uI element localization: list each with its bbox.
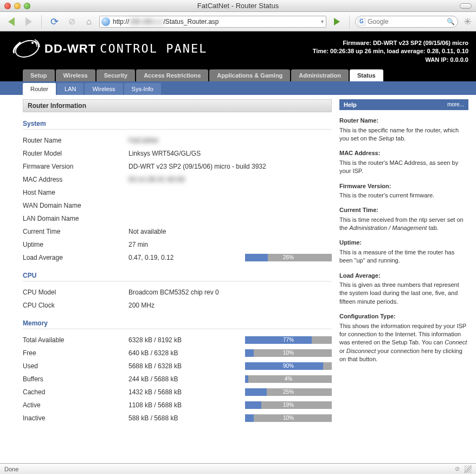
subtab-lan[interactable]: LAN	[57, 83, 83, 95]
value: 244 kB / 5688 kB	[128, 375, 245, 383]
subtab-sys-info[interactable]: Sys-Info	[124, 83, 161, 95]
value: 27 min	[128, 241, 332, 248]
row-load-average: Load Average0.47, 0.19, 0.1226%	[23, 251, 332, 264]
help-desc: This is the router's current firmware.	[339, 191, 468, 200]
help-desc: This is given as three numbers that repr…	[339, 281, 468, 306]
row-host-name: Host Name	[23, 186, 332, 199]
label: Host Name	[23, 189, 128, 196]
label: Total Available	[23, 336, 128, 344]
tab-status[interactable]: Status	[350, 69, 383, 81]
url-host: 198.168.1.1	[129, 18, 163, 25]
memory-fieldset: Memory Total Available6328 kB / 8192 kB7…	[23, 319, 332, 425]
value: 00:1A:2B:3C:4D:5E	[128, 176, 332, 183]
row-used: Used5688 kB / 6328 kB90%	[23, 360, 332, 373]
system-legend: System	[23, 120, 332, 130]
label: MAC Address	[23, 176, 128, 183]
row-lan-domain: LAN Domain Name	[23, 212, 332, 225]
separator	[349, 15, 350, 28]
help-desc: This is time received from the ntp serve…	[339, 216, 468, 233]
row-cached: Cached1432 kB / 5688 kB25%	[23, 386, 332, 399]
label: Buffers	[23, 375, 128, 383]
help-desc: This is the router's MAC Address, as see…	[339, 159, 468, 176]
browser-toolbar: ⟳ ⊘ ⌂ http:// 198.168.1.1 /Status_Router…	[0, 12, 476, 31]
time-line: Time: 00:26:38 up 26 min, load average: …	[313, 47, 468, 55]
row-uptime: Uptime27 min	[23, 238, 332, 251]
tab-wireless[interactable]: Wireless	[56, 69, 95, 81]
search-input[interactable]	[368, 18, 445, 25]
tab-security[interactable]: Security	[97, 69, 135, 81]
toolbar-toggle-button[interactable]	[460, 3, 472, 9]
value: Broadcom BCM5352 chip rev 0	[128, 289, 332, 296]
label: LAN Domain Name	[23, 215, 128, 222]
help-term: Load Average:	[339, 272, 468, 280]
back-button[interactable]	[4, 15, 18, 29]
stop-button[interactable]: ⊘	[65, 15, 79, 29]
progress-bar: 10%	[245, 349, 332, 357]
window-titlebar: FatCatNet - Router Status	[0, 0, 476, 12]
progress-bar: 19%	[245, 401, 332, 409]
magnifier-icon: 🔍	[447, 18, 455, 25]
help-desc: This is a measure of the time the router…	[339, 248, 468, 265]
label: CPU Clock	[23, 302, 128, 309]
row-firmware-version: Firmware VersionDD-WRT v23 SP2 (09/15/06…	[23, 160, 332, 173]
search-bar[interactable]: G 🔍	[355, 16, 458, 28]
value: 588 kB / 5688 kB	[128, 414, 245, 422]
progress-bar: 10%	[245, 414, 332, 422]
url-path: /Status_Router.asp	[163, 18, 218, 25]
zoom-window-button[interactable]	[24, 3, 30, 9]
play-icon	[334, 18, 340, 25]
row-cpu-model: CPU ModelBroadcom BCM5352 chip rev 0	[23, 286, 332, 299]
help-term: MAC Address:	[339, 149, 468, 157]
reload-button[interactable]: ⟳	[47, 15, 61, 29]
help-term: Firmware Version:	[339, 182, 468, 190]
help-term: Router Name:	[339, 117, 468, 125]
home-button[interactable]: ⌂	[82, 15, 96, 29]
progress-bar: 26%	[245, 254, 332, 261]
help-header: Help more...	[339, 99, 468, 110]
value: 1432 kB / 5688 kB	[128, 388, 245, 396]
row-active: Active1108 kB / 5688 kB19%	[23, 399, 332, 412]
window-title: FatCatNet - Router Status	[0, 2, 476, 10]
brand-logo: DD-WRT CONTROL PANEL	[11, 37, 208, 61]
forward-button[interactable]	[22, 15, 36, 29]
tab-applications-gaming[interactable]: Applications & Gaming	[209, 69, 290, 81]
minimize-window-button[interactable]	[14, 3, 21, 9]
progress-bar: 77%	[245, 336, 332, 344]
memory-legend: Memory	[23, 319, 332, 329]
url-bar[interactable]: http:// 198.168.1.1 /Status_Router.asp ▾	[99, 16, 326, 28]
row-wan-domain: WAN Domain Name	[23, 199, 332, 212]
main-tabs: SetupWirelessSecurityAccess Restrictions…	[0, 69, 476, 81]
help-term: Uptime:	[339, 239, 468, 247]
row-free: Free640 kB / 6328 kB10%	[23, 347, 332, 360]
label: Current Time	[23, 228, 128, 235]
subtab-wireless[interactable]: Wireless	[85, 83, 123, 95]
cpu-fieldset: CPU CPU ModelBroadcom BCM5352 chip rev 0…	[23, 272, 332, 312]
subtab-router[interactable]: Router	[23, 83, 56, 95]
page-content[interactable]: DD-WRT CONTROL PANEL Firmware: DD-WRT v2…	[0, 31, 476, 463]
label: Uptime	[23, 241, 128, 248]
help-more-link[interactable]: more...	[447, 101, 464, 108]
url-prefix: http://	[113, 18, 129, 25]
separator	[41, 15, 42, 28]
sub-tabs: RouterLANWirelessSys-Info	[0, 81, 476, 95]
row-cpu-clock: CPU Clock200 MHz	[23, 299, 332, 312]
resize-handle[interactable]	[464, 465, 472, 473]
help-body: Router Name:This is the specific name fo…	[339, 117, 468, 363]
progress-bar: 4%	[245, 375, 332, 383]
value: 640 kB / 6328 kB	[128, 349, 245, 357]
tab-setup[interactable]: Setup	[23, 69, 55, 81]
row-router-model: Router ModelLinksys WRT54G/GL/GS	[23, 147, 332, 160]
wanip-line: WAN IP: 0.0.0.0	[313, 56, 468, 64]
label: Firmware Version	[23, 163, 128, 170]
close-window-button[interactable]	[4, 3, 11, 9]
value: FatCatNet	[128, 137, 332, 144]
tab-access-restrictions[interactable]: Access Restrictions	[136, 69, 208, 81]
value: 0.47, 0.19, 0.12	[128, 254, 245, 261]
label: WAN Domain Name	[23, 202, 128, 209]
go-button[interactable]	[330, 15, 344, 29]
label: Free	[23, 349, 128, 357]
tab-administration[interactable]: Administration	[291, 69, 349, 81]
url-dropdown-icon[interactable]: ▾	[321, 18, 324, 24]
row-current-time: Current TimeNot available	[23, 225, 332, 238]
arrow-left-icon	[8, 17, 15, 26]
